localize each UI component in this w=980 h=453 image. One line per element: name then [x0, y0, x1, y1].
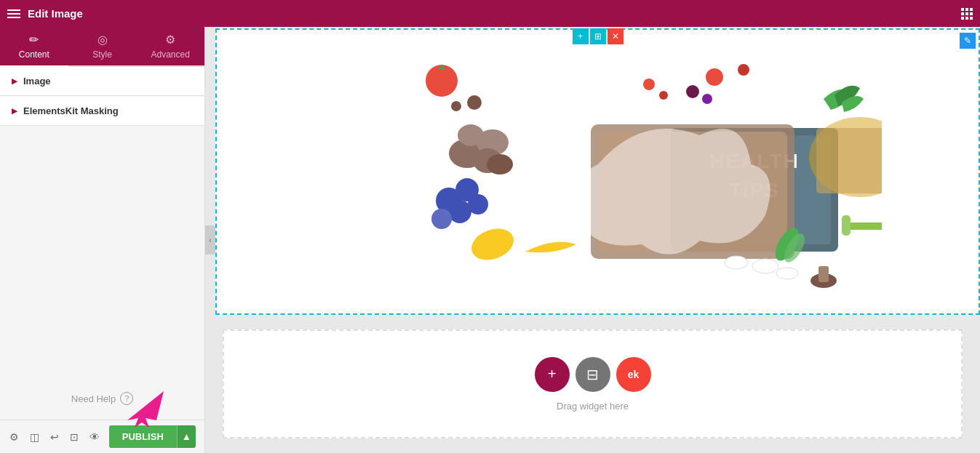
masking-chevron-icon: ▶ [12, 107, 17, 115]
drag-widget-text: Drag widget here [557, 401, 629, 412]
preview-icon[interactable]: ⊡ [69, 430, 81, 444]
svg-point-27 [706, 68, 723, 86]
style-tab-icon: ◎ [97, 33, 108, 47]
svg-point-28 [738, 64, 749, 76]
drop-zone-inner: + ⊟ ek Drag widget here [535, 357, 651, 412]
tab-content[interactable]: ✏ Content [0, 27, 68, 67]
settings-icon[interactable]: ⚙ [9, 430, 20, 444]
drop-zone-wrapper: + ⊟ ek Drag widget here [215, 315, 980, 453]
masking-section-header[interactable]: ▶ ElementsKit Masking [0, 97, 204, 125]
svg-point-10 [431, 209, 452, 229]
svg-rect-36 [842, 215, 850, 236]
widget-grid-button[interactable]: ⊞ [590, 28, 606, 44]
svg-rect-35 [845, 223, 882, 230]
drop-add-button[interactable]: + [535, 357, 570, 392]
svg-point-15 [487, 154, 513, 175]
tab-style[interactable]: ◎ Style [68, 27, 137, 67]
content-tab-icon: ✏ [29, 33, 39, 47]
publish-group: PUBLISH ▲ [109, 425, 196, 448]
svg-point-4 [467, 95, 482, 110]
collapse-handle[interactable]: ‹ [205, 225, 215, 254]
svg-point-25 [643, 79, 655, 90]
svg-rect-24 [816, 128, 882, 193]
svg-point-39 [776, 268, 798, 279]
layers-icon[interactable]: ◫ [29, 430, 41, 444]
bottom-toolbar: ⚙ ◫ ↩ ⊡ 👁 PUBLISH ▲ [0, 420, 204, 453]
widget-add-button[interactable]: + [573, 28, 589, 44]
svg-point-30 [702, 94, 712, 104]
eye-icon[interactable]: 👁 [89, 430, 100, 444]
drop-ek-button[interactable]: ek [616, 357, 651, 392]
widget-close-button[interactable]: ✕ [607, 28, 624, 44]
publish-dropdown-button[interactable]: ▲ [177, 425, 196, 448]
svg-point-9 [468, 194, 488, 215]
undo-icon[interactable]: ↩ [49, 430, 60, 444]
health-tips-illustration: HEALTH TIPS [314, 41, 882, 302]
panel-title: Edit Image [28, 7, 83, 20]
drop-zone: + ⊟ ek Drag widget here [223, 329, 963, 438]
sidebar-tabs: ✏ Content ◎ Style ⚙ Advanced [0, 27, 204, 67]
top-bar: Edit Image [0, 0, 980, 27]
sidebar: ✏ Content ◎ Style ⚙ Advanced ▶ Image ▶ E… [0, 27, 205, 453]
masking-section: ▶ ElementsKit Masking [0, 97, 204, 126]
svg-point-26 [659, 91, 668, 100]
publish-button[interactable]: PUBLISH [109, 425, 177, 448]
svg-point-29 [686, 85, 699, 98]
image-section: ▶ Image [0, 67, 204, 96]
health-image-container: HEALTH TIPS [217, 30, 979, 313]
svg-point-38 [752, 259, 778, 273]
svg-point-14 [458, 124, 484, 146]
content-area: ‹ + ⊞ ✕ ✎ [205, 27, 980, 453]
drop-square-button[interactable]: ⊟ [575, 357, 610, 392]
svg-point-5 [451, 101, 461, 111]
apps-grid-icon[interactable] [961, 8, 973, 20]
widget-toolbar: + ⊞ ✕ [573, 28, 624, 44]
image-widget: + ⊞ ✕ ✎ [215, 28, 980, 315]
drop-icons: + ⊟ ek [535, 357, 651, 392]
help-icon[interactable]: ? [120, 392, 133, 405]
tab-advanced[interactable]: ⚙ Advanced [136, 27, 204, 67]
hamburger-icon[interactable] [7, 9, 20, 18]
advanced-tab-icon: ⚙ [165, 33, 175, 47]
svg-rect-32 [818, 266, 829, 282]
svg-point-40 [725, 256, 748, 269]
image-section-header[interactable]: ▶ Image [0, 67, 204, 95]
widget-edit-icon[interactable]: ✎ [960, 33, 976, 49]
need-help-section: Need Help ? [0, 377, 204, 420]
image-chevron-icon: ▶ [12, 77, 17, 85]
